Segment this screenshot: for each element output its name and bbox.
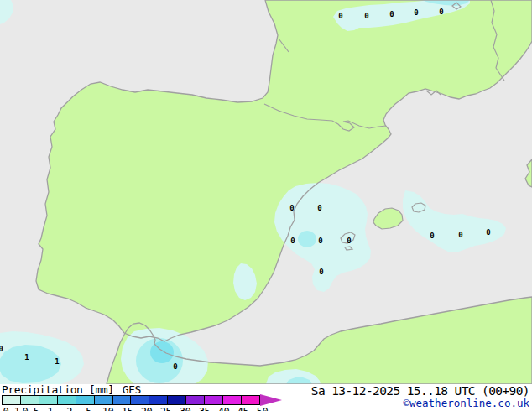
legend-color-segment: [95, 396, 113, 404]
map-value-label: 0: [347, 237, 351, 245]
legend-scale-labels: 0.10.5125101520253035404550: [2, 406, 272, 411]
legend-scale-label: 20: [137, 406, 156, 411]
legend-color-segment: [205, 396, 223, 404]
legend-color-segment: [39, 396, 58, 404]
legend-color-segment: [113, 396, 132, 404]
map-value-label: 0: [364, 13, 368, 20]
legend-color-segment: [149, 396, 168, 404]
legend-scale-label: 50: [253, 406, 272, 411]
precipitation-map: 000000000000001100: [0, 0, 532, 384]
map-value-label: 1: [55, 358, 59, 366]
map-value-label: 0: [318, 237, 322, 245]
map-value-label: 0: [458, 232, 462, 239]
map-value-label: 0: [414, 9, 418, 17]
legend-scale-label: 30: [175, 406, 195, 411]
legend-color-segment: [3, 396, 21, 404]
legend-color-segment: [76, 396, 95, 404]
legend-color-segment: [21, 396, 39, 404]
legend-model-label: GFS: [123, 383, 141, 396]
precip-patch-morocco-core: [150, 341, 174, 363]
map-value-label: 0: [430, 232, 434, 240]
map-value-label: 0: [173, 363, 177, 371]
legend-scale-label: 35: [195, 406, 214, 411]
weather-map-screenshot: 000000000000001100 Precipitation [mm]GFS…: [0, 0, 532, 411]
map-value-label: 0: [317, 205, 321, 212]
legend-color-segment: [58, 396, 76, 404]
legend-color-segment: [168, 396, 186, 404]
legend-colorbar: [2, 395, 260, 405]
legend-scale-label: 15: [117, 406, 137, 411]
map-value-label: 0: [0, 346, 3, 353]
legend-scale-label: 0.5: [21, 406, 40, 411]
legend-color-segment: [242, 396, 259, 404]
legend-arrow-icon: [260, 394, 282, 406]
legend-scale-label: 25: [156, 406, 175, 411]
legend-color-segment: [186, 396, 205, 404]
legend-scale-label: 1: [40, 406, 60, 411]
map-value-label: 0: [338, 13, 342, 20]
legend-scale-label: 40: [214, 406, 233, 411]
copyright-link[interactable]: ©weatheronline.co.uk: [403, 397, 529, 409]
legend-scale-label: 5: [79, 406, 98, 411]
legend-scale-label: 10: [98, 406, 117, 411]
legend-scale-label: 0.1: [2, 406, 21, 411]
legend-title: Precipitation [mm]GFS: [2, 383, 141, 396]
legend-color-segment: [223, 396, 242, 404]
legend-scale-label: 45: [233, 406, 253, 411]
map-value-label: 0: [290, 237, 295, 245]
map-value-label: 0: [439, 8, 443, 16]
legend-scale-label: 2: [60, 406, 79, 411]
map-datetime: Sa 13-12-2025 15..18 UTC (00+90): [311, 384, 529, 398]
legend-parameter-label: Precipitation [mm]: [2, 383, 114, 396]
map-value-label: 0: [319, 268, 323, 276]
map-canvas: [0, 0, 532, 384]
legend-footer: Precipitation [mm]GFS 0.10.5125101520253…: [0, 384, 532, 411]
legend-color-segment: [131, 396, 149, 404]
map-value-label: 0: [486, 229, 490, 237]
map-value-label: 0: [389, 11, 394, 18]
map-value-label: 0: [289, 205, 294, 212]
precip-patch-valencia-core: [298, 231, 316, 247]
map-value-label: 1: [24, 354, 29, 362]
